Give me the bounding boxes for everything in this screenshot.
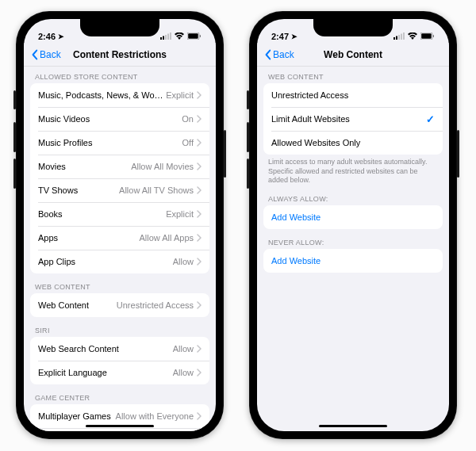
row-add-website-always[interactable]: Add Website bbox=[263, 205, 443, 229]
chevron-right-icon bbox=[197, 91, 202, 99]
chevron-right-icon bbox=[197, 139, 202, 147]
back-label: Back bbox=[40, 49, 61, 60]
chevron-right-icon bbox=[197, 258, 202, 266]
row-adding-friends[interactable]: Adding Friends bbox=[30, 428, 209, 431]
nav-bar: Back Content Restrictions bbox=[24, 43, 216, 67]
battery-icon bbox=[420, 32, 435, 41]
status-time: 2:47 bbox=[271, 32, 289, 41]
svg-rect-10 bbox=[398, 35, 400, 40]
wifi-icon bbox=[175, 32, 184, 41]
svg-rect-4 bbox=[170, 32, 171, 40]
svg-rect-8 bbox=[393, 37, 395, 40]
chevron-right-icon bbox=[197, 162, 202, 170]
svg-rect-9 bbox=[396, 36, 397, 40]
chevron-right-icon bbox=[197, 210, 202, 218]
location-icon: ➤ bbox=[291, 32, 298, 40]
row-add-website-never[interactable]: Add Website bbox=[263, 249, 443, 273]
svg-rect-3 bbox=[167, 34, 169, 40]
chevron-right-icon bbox=[197, 234, 202, 242]
row-music-podcasts[interactable]: Music, Podcasts, News, & WorkoutsExplici… bbox=[30, 83, 209, 107]
group-allowed-store: Music, Podcasts, News, & WorkoutsExplici… bbox=[30, 83, 209, 273]
svg-rect-11 bbox=[401, 34, 402, 40]
svg-rect-14 bbox=[421, 33, 432, 39]
status-time: 2:46 bbox=[38, 32, 56, 41]
svg-rect-6 bbox=[188, 33, 198, 39]
content-area[interactable]: ALLOWED STORE CONTENT Music, Podcasts, N… bbox=[24, 67, 216, 431]
row-web-content[interactable]: Web ContentUnrestricted Access bbox=[30, 293, 209, 317]
row-unrestricted-access[interactable]: Unrestricted Access bbox=[263, 83, 443, 107]
svg-rect-15 bbox=[433, 35, 434, 37]
screen-left: 2:46 ➤ Back Content Restrictions ALLOWED… bbox=[24, 19, 216, 431]
row-app-clips[interactable]: App ClipsAllow bbox=[30, 250, 209, 273]
home-indicator bbox=[319, 425, 387, 428]
chevron-right-icon bbox=[197, 345, 202, 353]
row-allowed-websites-only[interactable]: Allowed Websites Only bbox=[263, 131, 443, 155]
section-header-always-allow: ALWAYS ALLOW: bbox=[257, 185, 449, 205]
row-books[interactable]: BooksExplicit bbox=[30, 202, 209, 226]
home-indicator bbox=[86, 425, 154, 428]
row-limit-adult-websites[interactable]: Limit Adult Websites✓ bbox=[263, 107, 443, 131]
row-movies[interactable]: MoviesAllow All Movies bbox=[30, 155, 209, 178]
signal-icon bbox=[160, 32, 171, 41]
row-tv-shows[interactable]: TV ShowsAllow All TV Shows bbox=[30, 178, 209, 202]
group-web-content: Web ContentUnrestricted Access bbox=[30, 293, 209, 317]
chevron-right-icon bbox=[197, 412, 202, 420]
section-header-siri: SIRI bbox=[24, 317, 216, 337]
group-web-content-options: Unrestricted Access Limit Adult Websites… bbox=[263, 83, 443, 155]
svg-rect-7 bbox=[200, 35, 201, 37]
row-apps[interactable]: AppsAllow All Apps bbox=[30, 226, 209, 250]
row-web-search-content[interactable]: Web Search ContentAllow bbox=[30, 337, 209, 361]
nav-bar: Back Web Content bbox=[257, 43, 449, 67]
section-header-web-content: WEB CONTENT bbox=[257, 67, 449, 83]
phone-frame-left: 2:46 ➤ Back Content Restrictions ALLOWED… bbox=[16, 11, 224, 439]
row-music-profiles[interactable]: Music ProfilesOff bbox=[30, 131, 209, 155]
group-always-allow: Add Website bbox=[263, 205, 443, 229]
chevron-right-icon bbox=[197, 186, 202, 194]
section-header-allowed-store: ALLOWED STORE CONTENT bbox=[24, 67, 216, 83]
phone-frame-right: 2:47 ➤ Back Web Content WEB CONTENT Unre… bbox=[249, 11, 457, 439]
section-header-web-content: WEB CONTENT bbox=[24, 273, 216, 293]
row-explicit-language[interactable]: Explicit LanguageAllow bbox=[30, 361, 209, 384]
screen-right: 2:47 ➤ Back Web Content WEB CONTENT Unre… bbox=[257, 19, 449, 431]
back-label: Back bbox=[273, 49, 294, 60]
signal-icon bbox=[393, 32, 405, 41]
svg-rect-0 bbox=[160, 37, 162, 40]
section-footer-web-content: Limit access to many adult websites auto… bbox=[257, 155, 449, 185]
battery-icon bbox=[187, 32, 202, 41]
group-siri: Web Search ContentAllow Explicit Languag… bbox=[30, 337, 209, 384]
notch bbox=[80, 19, 159, 36]
row-music-videos[interactable]: Music VideosOn bbox=[30, 107, 209, 131]
group-never-allow: Add Website bbox=[263, 249, 443, 273]
chevron-right-icon bbox=[197, 369, 202, 376]
content-area[interactable]: WEB CONTENT Unrestricted Access Limit Ad… bbox=[257, 67, 449, 431]
chevron-right-icon bbox=[197, 115, 202, 123]
chevron-right-icon bbox=[197, 301, 202, 309]
back-button[interactable]: Back bbox=[263, 49, 294, 60]
checkmark-icon: ✓ bbox=[426, 113, 435, 125]
svg-rect-2 bbox=[165, 35, 167, 40]
section-header-never-allow: NEVER ALLOW: bbox=[257, 229, 449, 249]
svg-rect-12 bbox=[403, 32, 405, 40]
wifi-icon bbox=[408, 32, 417, 41]
svg-rect-1 bbox=[163, 36, 164, 40]
section-header-game-center: GAME CENTER bbox=[24, 384, 216, 404]
back-button[interactable]: Back bbox=[30, 49, 61, 60]
location-icon: ➤ bbox=[58, 32, 64, 40]
notch bbox=[313, 19, 393, 36]
